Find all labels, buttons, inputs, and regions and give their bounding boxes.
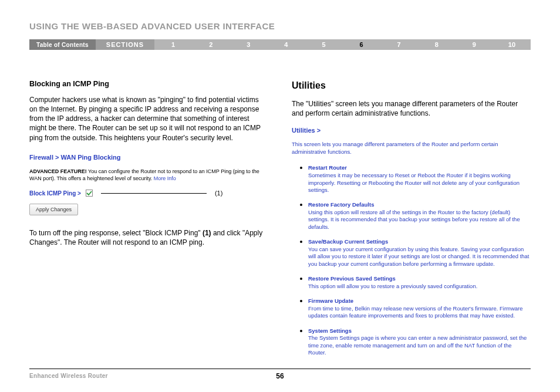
apply-changes-button[interactable]: Apply Changes	[29, 204, 78, 215]
save-backup-link[interactable]: Save/Backup Current Settings	[308, 238, 531, 246]
restore-previous-link[interactable]: Restore Previous Saved Settings	[308, 275, 531, 283]
restore-previous-desc: This option will allow you to restore a …	[308, 283, 531, 290]
annotation-1: (1)	[215, 189, 222, 198]
toc-link[interactable]: Table of Contents	[29, 39, 96, 50]
save-backup-desc: You can save your current configuration …	[308, 246, 531, 268]
check-icon	[86, 190, 92, 196]
section-1[interactable]: 1	[154, 39, 192, 50]
sections-label: SECTIONS	[96, 39, 154, 50]
utilities-heading: Utilities	[292, 79, 531, 92]
section-10[interactable]: 10	[493, 39, 531, 50]
restart-router-desc: Sometimes it may be necessary to Reset o…	[308, 172, 531, 194]
instruction-prefix: To turn off the ping response, select "B…	[29, 229, 203, 237]
section-3[interactable]: 3	[230, 39, 267, 50]
section-4[interactable]: 4	[267, 39, 305, 50]
more-info-link[interactable]: More Info	[154, 175, 176, 181]
blocking-body: Computer hackers use what is known as "p…	[29, 95, 268, 143]
right-column: Utilities The "Utilities" screen lets yo…	[292, 79, 531, 362]
utilities-breadcrumb: Utilities >	[292, 126, 531, 135]
section-2[interactable]: 2	[192, 39, 230, 50]
firewall-breadcrumb: Firewall > WAN Ping Blocking	[29, 153, 268, 162]
page-footer: Enhanced Wireless Router 56	[29, 369, 531, 379]
utilities-list: Restart Router Sometimes it may be neces…	[292, 163, 531, 356]
section-9[interactable]: 9	[456, 39, 493, 50]
system-settings-link[interactable]: System Settings	[308, 327, 531, 335]
section-nav: Table of Contents SECTIONS 1 2 3 4 5 6 7…	[29, 39, 531, 50]
page-title: USING THE WEB-BASED ADVANCED USER INTERF…	[29, 21, 531, 31]
page-root: USING THE WEB-BASED ADVANCED USER INTERF…	[0, 0, 560, 392]
list-item: Save/Backup Current Settings You can sav…	[308, 236, 531, 268]
list-item: Restart Router Sometimes it may be neces…	[308, 163, 531, 194]
system-settings-desc: The System Settings page is where you ca…	[308, 334, 531, 356]
restore-defaults-desc: Using this option will restore all of th…	[308, 209, 531, 231]
section-5[interactable]: 5	[305, 39, 342, 50]
blocking-heading: Blocking an ICMP Ping	[29, 79, 268, 89]
utilities-intro2: This screen lets you manage different pa…	[292, 141, 531, 156]
restart-router-link[interactable]: Restart Router	[308, 164, 531, 172]
section-8[interactable]: 8	[418, 39, 456, 50]
firmware-update-link[interactable]: Firmware Update	[308, 298, 531, 305]
block-icmp-checkbox[interactable]	[86, 190, 93, 197]
section-7[interactable]: 7	[380, 39, 418, 50]
list-item: Firmware Update From time to time, Belki…	[308, 296, 531, 320]
list-item: Restore Previous Saved Settings This opt…	[308, 273, 531, 290]
list-item: System Settings The System Settings page…	[308, 326, 531, 357]
instruction-bold: (1)	[203, 229, 211, 237]
block-icmp-label: Block ICMP Ping >	[29, 190, 81, 198]
firmware-update-desc: From time to time, Belkin may release ne…	[308, 305, 531, 320]
section-6[interactable]: 6	[343, 39, 380, 50]
left-column: Blocking an ICMP Ping Computer hackers u…	[29, 79, 268, 362]
advanced-feature-bold: ADVANCED FEATURE!	[29, 168, 87, 174]
restore-defaults-link[interactable]: Restore Factory Defaults	[308, 201, 531, 209]
annotation-leader	[101, 193, 207, 194]
list-item: Restore Factory Defaults Using this opti…	[308, 200, 531, 231]
utilities-intro: The "Utilities" screen lets you manage d…	[292, 99, 531, 118]
page-number: 56	[29, 372, 531, 380]
instruction-text: To turn off the ping response, select "B…	[29, 228, 268, 247]
advanced-feature-text: ADVANCED FEATURE! You can configure the …	[29, 168, 268, 182]
block-icmp-row: Block ICMP Ping > (1)	[29, 189, 268, 198]
